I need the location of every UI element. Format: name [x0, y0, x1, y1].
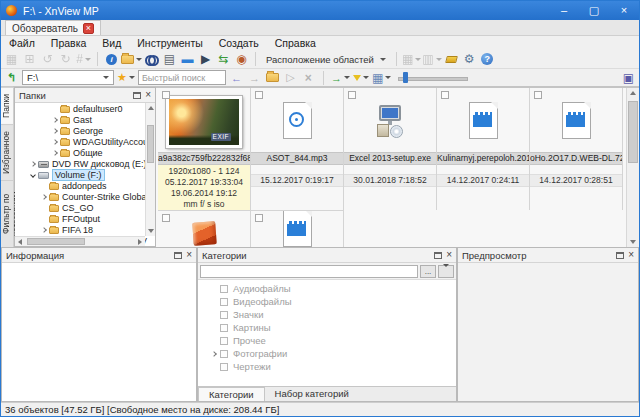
tree-item[interactable]: WDAGUtilityAccount: [15, 137, 155, 147]
close-panel-icon[interactable]: ×: [145, 90, 151, 100]
filter-button[interactable]: [353, 70, 369, 85]
chevron-collapsed-icon[interactable]: [211, 351, 217, 357]
tree-item[interactable]: Gast: [15, 115, 155, 125]
scanner-icon[interactable]: ▬: [179, 51, 196, 68]
category-item[interactable]: Видеофайлы: [198, 295, 456, 308]
info-icon[interactable]: [103, 51, 120, 68]
chevron-collapsed-icon[interactable]: [41, 227, 47, 233]
file-item[interactable]: Excel 2013-setup.exe30.01.2018 7:18:52: [344, 88, 437, 210]
item-checkbox[interactable]: [441, 91, 449, 99]
close-button[interactable]: ×: [609, 1, 639, 20]
parent-folder-icon[interactable]: [4, 70, 19, 85]
tree-item[interactable]: Общие: [15, 148, 155, 158]
chevron-collapsed-icon[interactable]: [52, 150, 58, 156]
delete-icon[interactable]: [301, 70, 316, 85]
category-item[interactable]: Значки: [198, 308, 456, 321]
category-item[interactable]: Аудиофайлы: [198, 282, 456, 295]
category-checkbox[interactable]: [220, 285, 228, 293]
tree-item[interactable]: FIFA 18: [15, 225, 155, 235]
browser-vertical-scrollbar[interactable]: [626, 88, 639, 247]
item-checkbox[interactable]: [534, 91, 542, 99]
tree-item[interactable]: addonpeds: [15, 181, 155, 191]
file-item[interactable]: oHo.2O17.D.WEB-DL.720p...14.12.2017 0:28…: [530, 88, 623, 210]
close-panel-icon[interactable]: ×: [628, 250, 634, 260]
menu-item[interactable]: Файл: [1, 37, 43, 49]
tree-item[interactable]: FFOutput: [15, 214, 155, 224]
tree-item[interactable]: Counter-Strike Global Of: [15, 192, 155, 202]
search-input[interactable]: [138, 70, 226, 85]
chevron-collapsed-icon[interactable]: [41, 194, 47, 200]
category-dropdown-button[interactable]: [438, 265, 454, 278]
maximize-button[interactable]: ▢: [579, 1, 609, 20]
scroll-up-icon[interactable]: [630, 91, 636, 95]
scroll-left-icon[interactable]: [18, 239, 22, 245]
float-panel-icon[interactable]: [434, 252, 442, 259]
chevron-collapsed-icon[interactable]: [52, 128, 58, 134]
minimize-button[interactable]: –: [549, 1, 579, 20]
tree-item[interactable]: Volume (F:): [15, 170, 155, 180]
float-panel-icon[interactable]: [174, 252, 182, 259]
close-panel-icon[interactable]: ×: [446, 250, 452, 260]
chevron-expanded-icon[interactable]: [30, 172, 36, 178]
file-item-partial[interactable]: [251, 210, 344, 247]
category-checkbox[interactable]: [220, 350, 228, 358]
back-icon[interactable]: [229, 70, 244, 85]
panes-layout-icon[interactable]: [621, 70, 636, 85]
capture-icon[interactable]: ◉: [233, 51, 250, 68]
scrollbar-thumb[interactable]: [27, 238, 85, 245]
thumbnail-size-slider[interactable]: [398, 72, 468, 83]
scroll-right-icon[interactable]: [138, 239, 142, 245]
tree-item[interactable]: DVD RW дисковод (E:): [15, 159, 155, 169]
favorites-button[interactable]: ★: [117, 70, 135, 85]
file-item[interactable]: EXIFa9a382c759fb222832f68b2d...1920x1080…: [158, 88, 251, 210]
tab-close-icon[interactable]: ×: [83, 23, 94, 34]
category-more-button[interactable]: ...: [420, 265, 436, 278]
tree-item[interactable]: George: [15, 126, 155, 136]
category-checkbox[interactable]: [220, 311, 228, 319]
file-item[interactable]: ASOT_844.mp315.12.2017 0:19:17: [251, 88, 344, 210]
tab-browser[interactable]: Обозреватель ×: [5, 20, 101, 35]
category-item[interactable]: Прочее: [198, 334, 456, 347]
item-checkbox[interactable]: [162, 91, 170, 99]
scrollbar-thumb[interactable]: [147, 125, 154, 163]
scroll-up-icon[interactable]: [148, 106, 154, 110]
tree-item[interactable]: CS_GO: [15, 203, 155, 213]
slider-thumb[interactable]: [403, 72, 408, 83]
compare-icon[interactable]: ⇆: [215, 51, 232, 68]
settings-gear-icon[interactable]: ⚙: [461, 51, 478, 68]
chevron-collapsed-icon[interactable]: [52, 117, 58, 123]
category-item[interactable]: Фотографии: [198, 347, 456, 360]
scroll-down-icon[interactable]: [630, 240, 636, 244]
menu-item[interactable]: Вид: [94, 37, 129, 49]
category-item[interactable]: Картины: [198, 321, 456, 334]
tree-vertical-scrollbar[interactable]: [145, 103, 155, 236]
open-folder-icon[interactable]: [121, 51, 142, 68]
file-item[interactable]: Kulinarnyj.perepoloh.2017.P...14.12.2017…: [437, 88, 530, 210]
slideshow-icon[interactable]: ▶: [197, 51, 214, 68]
close-panel-icon[interactable]: ×: [186, 250, 192, 260]
float-panel-icon[interactable]: [133, 92, 141, 99]
sidebar-tab-2[interactable]: Фильтр по категориям: [1, 180, 13, 247]
slideshow-play-icon[interactable]: [283, 70, 298, 85]
tab-category-sets[interactable]: Набор категорий: [265, 387, 359, 401]
path-combobox[interactable]: F:\: [22, 70, 114, 85]
item-checkbox[interactable]: [255, 91, 263, 99]
go-button[interactable]: [331, 70, 350, 85]
item-checkbox[interactable]: [255, 214, 263, 222]
category-filter-input[interactable]: [200, 265, 418, 278]
category-checkbox[interactable]: [220, 337, 228, 345]
sidebar-tab-1[interactable]: Избранное: [1, 124, 13, 180]
search-binoculars-icon[interactable]: [143, 51, 160, 68]
category-item[interactable]: Чертежи: [198, 360, 456, 373]
chevron-collapsed-icon[interactable]: [30, 161, 36, 167]
tag-icon[interactable]: [443, 51, 460, 68]
layout-areas-button[interactable]: Расположение областей: [261, 54, 391, 65]
menu-item[interactable]: Справка: [267, 37, 324, 49]
menu-item[interactable]: Правка: [43, 37, 94, 49]
view-mode-button[interactable]: [372, 70, 391, 85]
forward-icon[interactable]: [247, 70, 262, 85]
tab-categories[interactable]: Категории: [198, 387, 265, 401]
menu-item[interactable]: Создать: [211, 37, 267, 49]
new-folder-button[interactable]: [265, 70, 280, 85]
tree-item[interactable]: defaultuser0: [15, 104, 155, 114]
